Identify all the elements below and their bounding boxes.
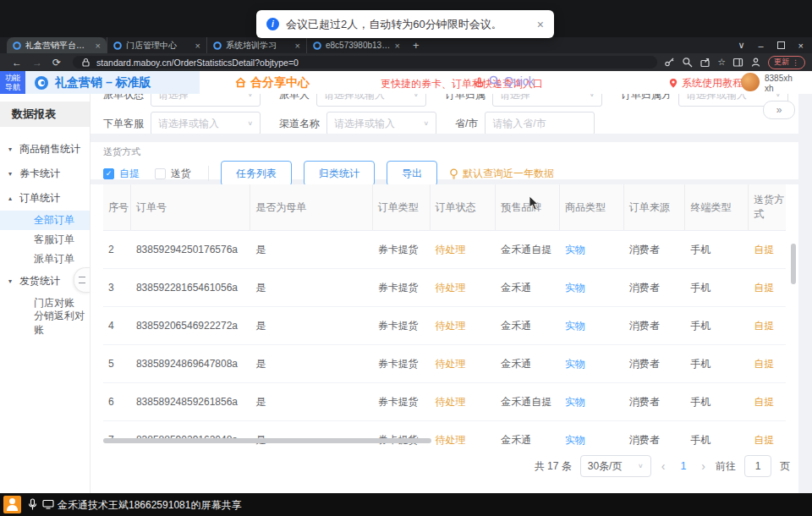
zoom-icon[interactable] (682, 57, 693, 68)
checkbox-icon[interactable]: ✓ (103, 168, 114, 179)
cell-product_type: 实物 (560, 231, 624, 268)
filter-placeholder: 请选择 (158, 94, 189, 102)
cell-delivery: 自提 (749, 345, 786, 382)
sidebar-item[interactable]: 客服订单 (0, 230, 90, 250)
delivery-checkbox[interactable]: 送货 (155, 167, 191, 181)
cell-source: 消费者 (624, 231, 686, 268)
cell-source: 消费者 (624, 345, 686, 382)
current-page[interactable]: 1 (675, 460, 691, 472)
browser-tab[interactable]: e8c573980b1328a258fd2e618 × (306, 37, 406, 53)
sidebar-item[interactable]: 派单订单 (0, 250, 90, 269)
table-row[interactable]: 483859206546922272a是券卡提货待处理金禾通实物消费者手机自提 (103, 307, 786, 345)
forward-button[interactable]: → (32, 57, 42, 69)
meeting-app-icon[interactable] (3, 496, 21, 513)
tab-favicon (213, 41, 222, 50)
share-icon[interactable] (700, 57, 710, 68)
cell-source: 消费者 (624, 269, 686, 306)
filter-label: 订单归属 (445, 94, 486, 102)
tab-close-icon[interactable]: × (195, 41, 200, 51)
sidebar-item[interactable]: 分销返利对账 (0, 313, 90, 332)
pagination: 共 17 条 30条/页 ∨ ‹ 1 › 前往 1 页 (91, 447, 798, 477)
sidebar-item[interactable]: 全部订单 (0, 211, 90, 230)
nav-badge-line2: 导航 (5, 83, 20, 91)
sidebar: 数据报表 ▾ 商品销售统计 ▾ 券卡统计 ▴ 订单统计 全部订单 客服订单 派单… (0, 94, 91, 493)
tab-menu-icon[interactable]: ∨ (738, 40, 744, 51)
goto-suffix: 页 (780, 459, 790, 474)
cell-is_parent: 是 (250, 269, 372, 306)
toast-close-icon[interactable]: × (537, 18, 544, 31)
sidebar-item[interactable]: ▾ 券卡统计 (0, 162, 90, 186)
toolbar-panel: 送货方式 ✓ 自提 送货 任务列表归类统计导出 默认查询近一年数据 (91, 142, 798, 179)
user-avatar[interactable] (741, 73, 760, 91)
prev-page-button[interactable]: ‹ (660, 459, 667, 473)
quick-label: Quick (504, 74, 535, 88)
screen-icon (42, 499, 54, 509)
filter-input[interactable]: 请选择或输入 ∨ (151, 112, 261, 134)
vertical-scrollbar[interactable] (791, 244, 796, 284)
cell-product_type: 实物 (560, 269, 624, 306)
filter-input[interactable]: 请选择或输入 ∨ (326, 112, 436, 134)
sidebar-item[interactable]: ▾ 商品销售统计 (0, 137, 90, 162)
toolbar-button[interactable]: 导出 (387, 161, 437, 186)
toolbar-button[interactable]: 任务列表 (221, 161, 292, 186)
url-bar[interactable]: standard.maboy.cn/OrderStatisticsDetail?… (73, 56, 657, 69)
filter-input[interactable]: 请输入省/市 (485, 112, 595, 134)
browser-update-button[interactable]: 更新 ⋮ (768, 56, 805, 69)
address-bar-actions: ☆ 更新 ⋮ (664, 56, 805, 69)
goto-page-input[interactable]: 1 (744, 455, 771, 477)
quick-search-link[interactable]: Quick (489, 74, 535, 88)
filter-input[interactable]: 请选择 ∨ (151, 94, 261, 107)
key-icon[interactable] (664, 57, 675, 68)
chevron-down-icon: ∨ (247, 120, 253, 127)
filter-input[interactable]: 请选择 ∨ (492, 94, 602, 107)
tutorial-label: 系统使用教程 (682, 76, 743, 91)
minimize-button[interactable]: – (758, 41, 763, 51)
browser-tab[interactable]: 礼盒营销平台管理中心 × (7, 37, 107, 53)
horizontal-scrollbar[interactable] (103, 438, 431, 443)
delivery-checkbox[interactable]: ✓ 自提 (103, 167, 140, 181)
table-row[interactable]: 283859294250176576a是券卡提货待处理金禾通自提实物消费者手机自… (103, 231, 786, 269)
cell-status: 待处理 (431, 307, 497, 344)
back-button[interactable]: ← (12, 57, 22, 69)
reload-button[interactable]: ⟳ (52, 57, 61, 69)
cell-is_parent: 是 (250, 231, 372, 268)
share-center-link[interactable]: 合分享中心 (235, 71, 310, 94)
new-tab-button[interactable]: + (413, 39, 420, 52)
table-row[interactable]: 383859228165461056a是券卡提货待处理金禾通实物消费者手机自提 (103, 269, 786, 307)
tab-close-icon[interactable]: × (96, 41, 101, 51)
url-text: standard.maboy.cn/OrderStatisticsDetail?… (96, 58, 299, 68)
filter-field: 省/市 请输入省/市 (455, 112, 595, 134)
function-nav-badge[interactable]: 功能 导航 (0, 71, 25, 94)
column-header: 订单类型 (373, 184, 431, 230)
maximize-button[interactable] (777, 41, 785, 49)
filter-placeholder: 请选择或输入 (158, 117, 219, 131)
table-row[interactable]: 683858924859261856a是券卡提货待处理金禾通自提实物消费者手机自… (103, 383, 786, 421)
next-page-button[interactable]: › (700, 459, 707, 473)
cell-terminal: 手机 (685, 345, 749, 382)
cell-seq: 2 (103, 231, 131, 268)
tab-close-icon[interactable]: × (295, 41, 300, 51)
cell-order_no: 83859206546922272a (131, 307, 250, 344)
profile-icon[interactable] (750, 57, 761, 68)
filter-expand-button[interactable]: » (763, 101, 795, 119)
cell-delivery: 自提 (749, 421, 786, 447)
cell-terminal: 手机 (685, 269, 749, 306)
browser-tab[interactable]: 门店管理中心 × (107, 37, 206, 53)
sidebar-item[interactable]: ▴ 订单统计 (0, 186, 90, 211)
browser-tab[interactable]: 系统培训学习 × (206, 37, 306, 53)
filter-input[interactable]: 请选择或输入 ∨ (316, 94, 426, 107)
table-row[interactable]: 583858924869647808a是券卡提货待处理金禾通实物消费者手机自提 (103, 345, 786, 383)
side-panel-icon[interactable] (732, 57, 743, 68)
tutorial-link[interactable]: 系统使用教程 (668, 76, 743, 91)
close-window-button[interactable]: × (798, 41, 804, 51)
cell-terminal: 手机 (685, 307, 749, 344)
column-header: 终端类型 (685, 184, 749, 230)
bookmark-star-icon[interactable]: ☆ (717, 57, 726, 68)
more-menu-icon[interactable]: ⋮ (792, 58, 799, 67)
sidebar-collapse-handle[interactable] (74, 267, 90, 293)
chevron-down-icon: ∨ (638, 463, 644, 469)
checkbox-icon[interactable] (155, 168, 166, 179)
toolbar-button[interactable]: 归类统计 (304, 161, 375, 186)
page-size-select[interactable]: 30条/页 ∨ (580, 455, 651, 477)
tab-close-icon[interactable]: × (395, 41, 400, 51)
